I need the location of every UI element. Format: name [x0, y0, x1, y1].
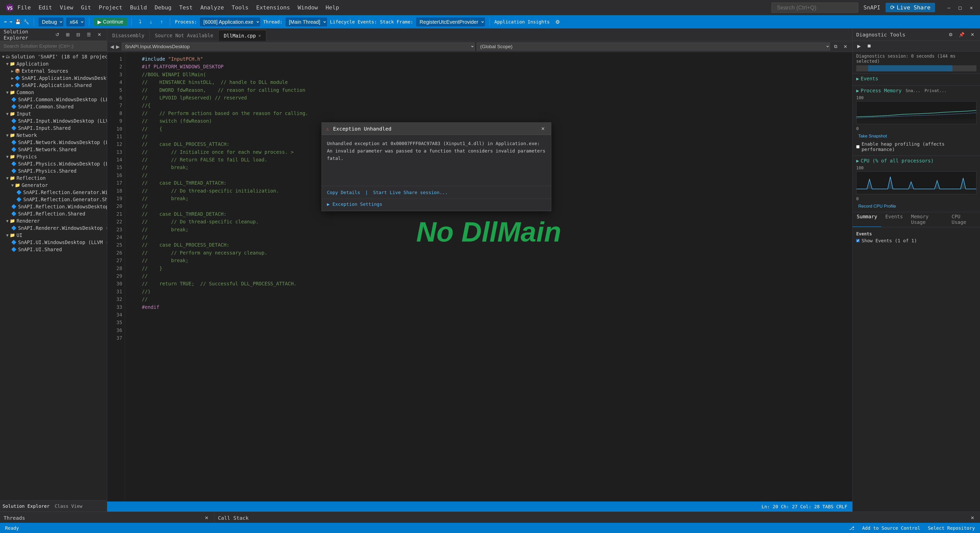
menu-build[interactable]: Build [130, 4, 147, 11]
tab-disassembly[interactable]: Disassembly [107, 30, 150, 41]
menu-tools[interactable]: Tools [232, 4, 248, 11]
step-out-button[interactable]: ↑ [158, 18, 165, 26]
diag-play-icon[interactable]: ▶ [855, 42, 863, 50]
minimize-button[interactable]: — [945, 4, 953, 11]
tree-reflection[interactable]: ▼ 📁 Reflection [0, 174, 107, 182]
menu-file[interactable]: File [18, 4, 31, 11]
dllmain-close-icon[interactable]: ✕ [258, 33, 261, 38]
diag-close-icon[interactable]: ✕ [969, 31, 977, 38]
live-share-button[interactable]: ⟳ Live Share [886, 3, 935, 12]
tree-external-sources[interactable]: ▶ 📦 External Sources [0, 67, 107, 75]
source-control-label[interactable]: Add to Source Control [862, 525, 920, 531]
record-cpu-button[interactable]: Record CPU Profile [856, 203, 898, 210]
menu-git[interactable]: Git [81, 4, 91, 11]
tab-dllmain[interactable]: DllMain.cpp ✕ [219, 30, 266, 41]
diag-tab-cpu[interactable]: CPU Usage [948, 212, 980, 227]
process-select[interactable]: [6008] Application.exe [200, 17, 260, 26]
sync-icon[interactable]: ↺ [53, 31, 61, 38]
close-panel-icon[interactable]: ✕ [95, 31, 103, 38]
live-share-session-link[interactable]: Start Live Share session... [373, 190, 448, 195]
thread-select[interactable]: [Main Thread] [286, 17, 327, 26]
menu-edit[interactable]: Edit [38, 4, 52, 11]
menu-test[interactable]: Test [179, 4, 192, 11]
step-into-button[interactable]: ↓ [147, 18, 155, 26]
call-stack-close-icon[interactable]: ✕ [969, 514, 977, 522]
tab-source-not-available[interactable]: Source Not Available [150, 30, 219, 41]
app-insights-button[interactable]: ⚙ [553, 18, 563, 26]
tree-common-shared[interactable]: 🔷 SnAPI.Common.Shared [0, 103, 107, 110]
tree-input-shared[interactable]: 🔷 SnAPI.Input.Shared [0, 124, 107, 132]
debug-config-select[interactable]: Debug [38, 17, 63, 26]
cpu-arrow[interactable]: ▶ [856, 158, 859, 163]
copy-details-link[interactable]: Copy Details [327, 190, 360, 195]
breadcrumb-back-icon[interactable]: ◀ [110, 43, 114, 50]
mem-arrow[interactable]: ▶ [856, 88, 859, 94]
tree-refl-gen-shared[interactable]: 🔷 SnAPI.Reflection.Generator.Shared [0, 196, 107, 203]
dialog-close-button[interactable]: ✕ [539, 125, 547, 133]
menu-project[interactable]: Project [99, 4, 123, 11]
menu-help[interactable]: Help [326, 4, 339, 11]
show-events-checkbox[interactable] [856, 239, 859, 242]
tree-ui-shared[interactable]: 🔷 SnAPI.UI.Shared [0, 246, 107, 253]
breadcrumb-forward-icon[interactable]: ▶ [116, 43, 119, 50]
diag-stop-icon[interactable]: ⏹ [865, 42, 873, 50]
maximize-button[interactable]: □ [956, 4, 964, 11]
collapse-all-icon[interactable]: ⊟ [74, 31, 82, 38]
step-over-button[interactable]: ⤵ [136, 18, 144, 26]
tree-refl-shared[interactable]: 🔷 SnAPI.Reflection.Shared [0, 210, 107, 217]
diag-tab-memory[interactable]: Memory Usage [907, 212, 948, 227]
tree-solution-root[interactable]: ▼ 🗂 Solution 'SnAPI' (18 of 18 projects) [0, 53, 107, 60]
tree-snapi-app-shared[interactable]: ▶ 🔷 SnAPI.Application.Shared [0, 82, 107, 89]
menu-debug[interactable]: Debug [155, 4, 172, 11]
scope-left-select[interactable]: SnAPI.Input.WindowsDesktop [122, 43, 475, 51]
code-content[interactable]: #include "InputPCH.h" #if PLATFORM_WINDO… [125, 52, 853, 501]
diag-tab-summary[interactable]: Summary [853, 212, 881, 227]
tree-ui-win[interactable]: 🔷 SnAPI.UI.WindowsDesktop (LLVM - lang-c… [0, 239, 107, 246]
tree-snapi-app-win[interactable]: ▶ 🔷 SnAPI.Application.WindowsDesktop (LL… [0, 75, 107, 82]
heap-profiling-checkbox[interactable] [856, 145, 859, 148]
tab-solution-explorer[interactable]: Solution Explorer [3, 503, 49, 509]
take-snapshot-button[interactable]: Take Snapshot [856, 133, 889, 140]
tree-common-win[interactable]: 🔷 SnAPI.Common.WindowsDesktop (LLVM - c) [0, 96, 107, 103]
tree-refl-gen-win[interactable]: 🔷 SnAPI.Reflection.Generator.WindowsDesk… [0, 189, 107, 196]
tree-common[interactable]: ▼ 📁 Common [0, 89, 107, 96]
filter-icon[interactable]: ⊞ [64, 31, 72, 38]
events-arrow[interactable]: ▶ [856, 76, 859, 81]
tree-input-win[interactable]: 🔷 SnAPI.Input.WindowsDesktop (LLVM - lan… [0, 117, 107, 124]
properties-icon[interactable]: ☰ [85, 31, 93, 38]
diag-pin-icon[interactable]: 📌 [957, 31, 966, 38]
tree-application[interactable]: ▼ 📁 Application [0, 60, 107, 67]
split-editor-icon[interactable]: ⧉ [832, 43, 839, 51]
tree-network[interactable]: ▼ 📁 Network [0, 132, 107, 139]
tree-physics-win[interactable]: 🔷 SnAPI.Physics.WindowsDesktop (LLVM - l… [0, 160, 107, 167]
solution-search-input[interactable] [0, 41, 107, 52]
tree-refl-win[interactable]: 🔷 SnAPI.Reflection.WindowsDesktop (LLVM … [0, 203, 107, 210]
code-editor[interactable]: 12345 678910 1112131415 1617181920 21222… [107, 52, 853, 501]
tree-physics[interactable]: ▼ 📁 Physics [0, 153, 107, 160]
menu-window[interactable]: Window [298, 4, 318, 11]
select-repo-label[interactable]: Select Repository [928, 525, 975, 531]
tree-renderer[interactable]: ▼ 📁 Renderer [0, 217, 107, 224]
menu-analyze[interactable]: Analyze [200, 4, 224, 11]
close-button[interactable]: ✕ [968, 4, 975, 11]
diag-tab-events[interactable]: Events [881, 212, 907, 227]
scope-right-select[interactable]: (Global Scope) [477, 43, 830, 51]
tab-class-view[interactable]: Class View [55, 503, 82, 509]
build-arch-select[interactable]: x64 [66, 17, 84, 26]
menu-view[interactable]: View [60, 4, 73, 11]
stack-frame-select[interactable]: RegisterUtcEventProvider [416, 17, 485, 26]
diag-settings-icon[interactable]: ⚙ [947, 31, 955, 38]
close-editor-icon[interactable]: ✕ [842, 43, 850, 51]
search-input[interactable] [772, 3, 858, 13]
tree-network-shared[interactable]: 🔷 SnAPI.Network.Shared [0, 146, 107, 153]
exception-settings-link[interactable]: ▶ Exception Settings [327, 201, 382, 207]
tree-input[interactable]: ▼ 📁 Input [0, 110, 107, 117]
tree-ui[interactable]: ▼ 📁 UI [0, 232, 107, 239]
tree-generator[interactable]: ▼ 📁 Generator [0, 182, 107, 189]
tree-renderer-win[interactable]: 🔷 SnAPI.Renderer.WindowsDesktop (LLVM - … [0, 224, 107, 232]
menu-extensions[interactable]: Extensions [256, 4, 290, 11]
continue-button[interactable]: ▶ Continue [94, 18, 127, 26]
tree-network-win[interactable]: 🔷 SnAPI.Network.WindowsDesktop (LLVM - l… [0, 139, 107, 146]
threads-close-icon[interactable]: ✕ [203, 514, 210, 522]
tree-physics-shared[interactable]: 🔷 SnAPI.Physics.Shared [0, 167, 107, 174]
